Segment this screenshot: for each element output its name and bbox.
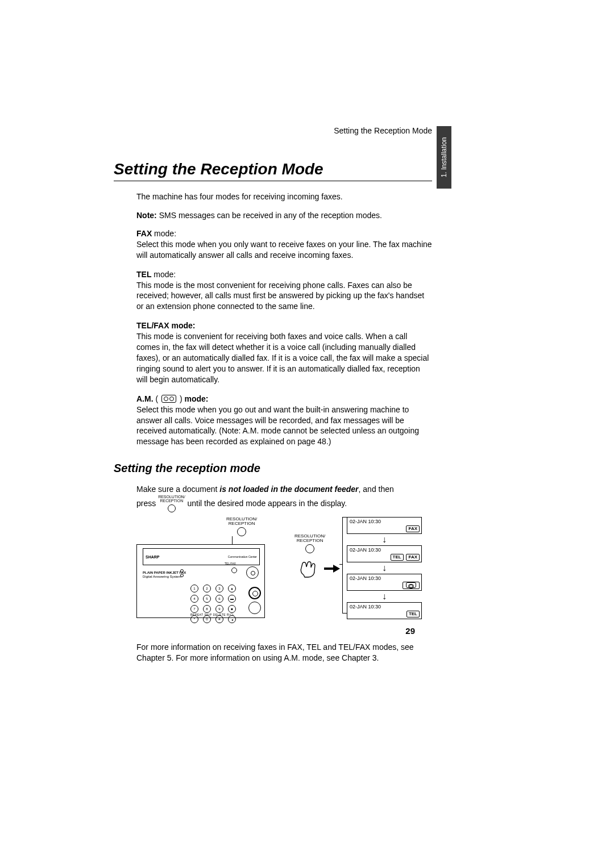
press-hand-icon xyxy=(296,558,318,581)
keypad-bottom-labels: REPEAT SKIP DELETE R/CL xyxy=(190,613,234,616)
fax-right-label: Communication Center xyxy=(228,555,257,558)
mode-tel-head: TEL mode: xyxy=(136,270,432,279)
circle-button-icon xyxy=(305,544,314,553)
note-label: Note: xyxy=(136,211,157,220)
mode-am: A.M. ( ) mode: Select this mode when you… xyxy=(136,394,432,448)
display-time: 02-JAN 10:30 xyxy=(350,519,419,524)
mode-am-head-pre: A.M. xyxy=(136,394,154,403)
instr-2a: press xyxy=(136,499,158,508)
arrow-down-icon: ↓ xyxy=(347,592,422,601)
display-state-fax: 02-JAN 10:30 FAX xyxy=(347,517,422,534)
display-time: 02-JAN 10:30 xyxy=(350,604,419,610)
resolution-button-callout-1: RESOLUTION/ RECEPTION xyxy=(226,517,257,536)
mode-am-body: Select this mode when you go out and wan… xyxy=(136,404,432,448)
cassette-icon xyxy=(406,582,416,588)
fax-machine-illustration: SHARP Communication Center PLAIN PAPER I… xyxy=(136,544,265,618)
resolution-button-callout-2: RESOLUTION/ RECEPTION xyxy=(294,534,325,553)
circle-button-icon xyxy=(237,527,246,536)
page-number: 29 xyxy=(405,626,415,636)
mode-fax-body: Select this mode when you only want to r… xyxy=(136,239,432,261)
instruction-line-2: press RESOLUTION/ RECEPTION until the de… xyxy=(136,495,432,514)
badge-tel: TEL xyxy=(406,611,420,617)
mode-am-paren-close: ) xyxy=(177,394,184,403)
jog-dial-icon xyxy=(248,587,261,599)
mode-tel-head-rest: mode: xyxy=(151,270,176,279)
bracket-icon xyxy=(342,517,347,614)
badge-fax: FAX xyxy=(406,554,420,561)
intro-paragraph: The machine has four modes for receiving… xyxy=(136,191,432,202)
mode-am-paren-open: ( xyxy=(154,394,160,403)
fax-center-button-icon xyxy=(231,567,237,573)
note-paragraph: Note: SMS messages can be received in an… xyxy=(136,210,432,221)
dpad-icon xyxy=(246,566,259,579)
title-rule xyxy=(114,181,432,181)
fax-lcd: SHARP Communication Center xyxy=(143,548,260,565)
mode-diagram: RESOLUTION/ RECEPTION SHARP Communicatio… xyxy=(136,519,432,633)
fax-center-label: TEL FAX xyxy=(225,562,236,565)
badge-am-cassette xyxy=(403,582,420,589)
display-state-tel: 02-JAN 10:30 TEL xyxy=(347,602,422,619)
mode-telfax: TEL/FAX mode: This mode is convenient fo… xyxy=(136,321,432,385)
badge-tel: TEL xyxy=(391,554,404,561)
closing-paragraph: For more information on receiving faxes … xyxy=(136,642,432,663)
instruction-line-1: Make sure a document is not loaded in th… xyxy=(136,484,432,495)
mode-fax-head: FAX mode: xyxy=(136,229,432,238)
callout2-bot: RECEPTION xyxy=(294,539,325,543)
mode-fax-head-bold: FAX xyxy=(136,229,152,238)
mode-telfax-head: TEL/FAX mode: xyxy=(136,321,432,330)
display-state-tel-fax: 02-JAN 10:30 TEL FAX xyxy=(347,545,422,562)
instr-1b: , and then xyxy=(359,485,394,494)
arrow-down-icon: ↓ xyxy=(347,564,422,573)
instr-1-em: is not loaded in the document feeder xyxy=(219,485,358,494)
display-time: 02-JAN 10:30 xyxy=(350,547,419,553)
mode-fax-head-rest: mode: xyxy=(152,229,176,238)
keypad: 123▲ 456▬ 789■ *0#◂ xyxy=(190,585,253,623)
btn-label-bot: RECEPTION xyxy=(158,499,185,503)
page-title: Setting the Reception Mode xyxy=(114,160,432,178)
section-heading: Setting the reception mode xyxy=(114,462,432,475)
chapter-tab-label: 1. Installation xyxy=(440,137,448,178)
cassette-icon xyxy=(161,395,176,403)
mode-telfax-body: This mode is convenient for receiving bo… xyxy=(136,331,432,385)
mode-am-head: A.M. ( ) mode: xyxy=(136,394,432,403)
page-body: Setting the Reception Mode The machine h… xyxy=(114,126,432,663)
mode-fax: FAX mode: Select this mode when you only… xyxy=(136,229,432,261)
mode-tel-head-bold: TEL xyxy=(136,270,151,279)
fax-led-column xyxy=(179,569,185,578)
instr-2b: until the desired mode appears in the di… xyxy=(187,499,347,508)
mode-tel: TEL mode: This mode is the most convenie… xyxy=(136,270,432,312)
callout1-bot: RECEPTION xyxy=(226,521,257,526)
btn-label-top: RESOLUTION/ xyxy=(158,495,185,499)
mode-am-head-post: mode: xyxy=(184,394,208,403)
fax-brand: SHARP xyxy=(146,555,160,559)
badge-fax: FAX xyxy=(406,525,420,532)
arrow-down-icon: ↓ xyxy=(347,535,422,544)
display-state-am: 02-JAN 10:30 xyxy=(347,574,422,591)
chapter-tab: 1. Installation xyxy=(437,126,451,189)
arrow-right-icon xyxy=(324,565,341,573)
display-time: 02-JAN 10:30 xyxy=(350,575,419,581)
circle-button-icon xyxy=(168,504,176,512)
speaker-button-icon xyxy=(248,602,261,614)
mode-tel-body: This mode is the most convenient for rec… xyxy=(136,280,432,312)
instr-1a: Make sure a document xyxy=(136,485,219,494)
note-text: SMS messages can be received in any of t… xyxy=(157,211,382,220)
callout-line xyxy=(232,536,233,544)
display-sequence: 02-JAN 10:30 FAX ↓ 02-JAN 10:30 TEL FAX … xyxy=(347,517,422,621)
resolution-reception-button-inline: RESOLUTION/ RECEPTION xyxy=(158,495,185,514)
